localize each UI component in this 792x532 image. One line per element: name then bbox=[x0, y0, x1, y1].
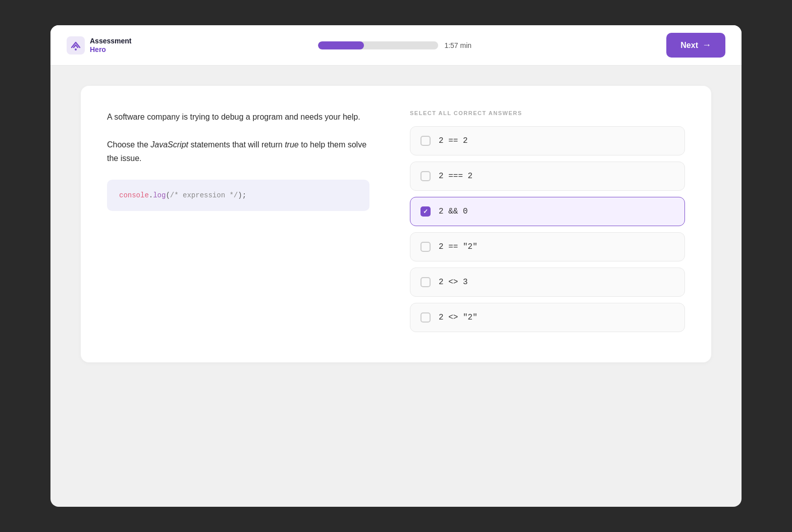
next-button-label: Next bbox=[680, 41, 698, 50]
logo-assessment: Assessment bbox=[90, 37, 132, 45]
answer-label-2: 2 === 2 bbox=[439, 172, 472, 181]
answer-option-6[interactable]: 2 <> "2" bbox=[410, 303, 685, 332]
main-content: A software company is trying to debug a … bbox=[50, 66, 742, 507]
code-comment: /* expression */ bbox=[170, 191, 238, 199]
answer-label-6: 2 <> "2" bbox=[439, 313, 478, 322]
question-right: SELECT ALL CORRECT ANSWERS 2 == 22 === 2… bbox=[410, 110, 685, 338]
logo-hero: Hero bbox=[90, 45, 132, 54]
timer-bar bbox=[318, 41, 438, 49]
checkbox-1 bbox=[420, 136, 431, 146]
checkbox-2 bbox=[420, 171, 431, 181]
logo-area: Assessment Hero bbox=[67, 36, 132, 55]
answer-label-1: 2 == 2 bbox=[439, 136, 468, 145]
question-left: A software company is trying to debug a … bbox=[107, 110, 369, 338]
question-intro1: A software company is trying to debug a … bbox=[107, 110, 369, 124]
answer-option-3[interactable]: ✓2 && 0 bbox=[410, 197, 685, 226]
logo-icon bbox=[67, 36, 85, 55]
checkbox-3: ✓ bbox=[420, 206, 431, 217]
timer-area: 1:57 min bbox=[318, 41, 480, 49]
checkmark-3: ✓ bbox=[423, 208, 428, 215]
logo-text: Assessment Hero bbox=[90, 37, 132, 54]
checkbox-4 bbox=[420, 242, 431, 252]
code-method: log bbox=[153, 191, 166, 199]
answer-label-5: 2 <> 3 bbox=[439, 278, 468, 287]
answer-option-4[interactable]: 2 == "2" bbox=[410, 232, 685, 261]
svg-point-1 bbox=[75, 48, 77, 50]
timer-label: 1:57 min bbox=[444, 41, 480, 49]
answer-option-1[interactable]: 2 == 2 bbox=[410, 126, 685, 155]
next-button[interactable]: Next → bbox=[666, 33, 725, 58]
section-title: SELECT ALL CORRECT ANSWERS bbox=[410, 110, 685, 116]
code-keyword: console bbox=[119, 191, 149, 199]
header: Assessment Hero 1:57 min Next → bbox=[50, 25, 742, 66]
answers-container: 2 == 22 === 2✓2 && 02 == "2"2 <> 32 <> "… bbox=[410, 126, 685, 332]
checkbox-5 bbox=[420, 277, 431, 287]
code-block: console.log(/* expression */); bbox=[107, 180, 369, 211]
question-card: A software company is trying to debug a … bbox=[81, 86, 711, 362]
arrow-right-icon: → bbox=[702, 40, 711, 50]
answer-option-5[interactable]: 2 <> 3 bbox=[410, 268, 685, 297]
timer-bar-filled bbox=[318, 41, 363, 49]
answer-label-4: 2 == "2" bbox=[439, 242, 478, 251]
checkbox-6 bbox=[420, 312, 431, 323]
answer-label-3: 2 && 0 bbox=[439, 207, 468, 216]
answer-option-2[interactable]: 2 === 2 bbox=[410, 162, 685, 191]
question-intro2: Choose the JavaScript statements that wi… bbox=[107, 138, 369, 165]
app-screen: Assessment Hero 1:57 min Next → A softwa… bbox=[50, 25, 742, 507]
